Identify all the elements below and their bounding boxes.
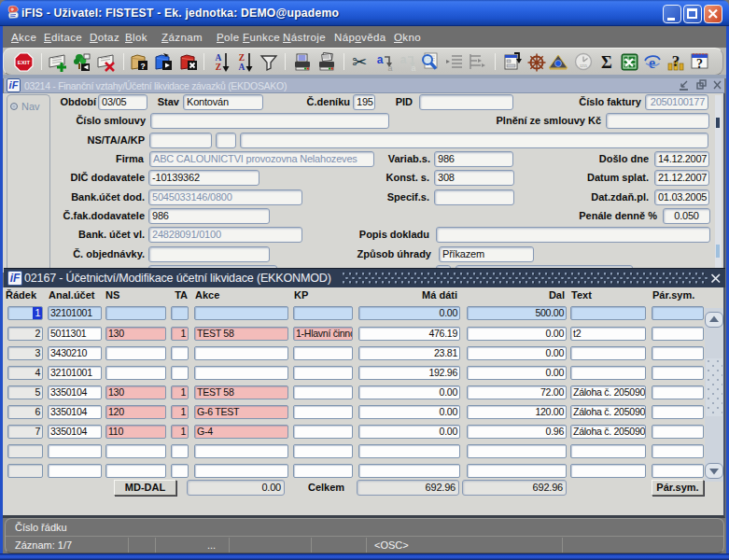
- svg-text:Z: Z: [216, 63, 221, 72]
- svg-text:?: ?: [696, 57, 703, 71]
- svg-text:1215: 1215: [580, 64, 587, 68]
- svg-text:✂: ✂: [352, 52, 367, 72]
- svg-text:Z: Z: [239, 53, 245, 63]
- svg-text:EXIT: EXIT: [18, 59, 31, 65]
- svg-text:a: a: [411, 63, 415, 73]
- svg-text:A: A: [239, 63, 245, 72]
- svg-text:Σ: Σ: [601, 53, 612, 72]
- svg-text:a: a: [387, 63, 392, 73]
- svg-text:a: a: [400, 53, 407, 66]
- svg-text:a: a: [377, 53, 384, 66]
- svg-text:?: ?: [140, 62, 145, 71]
- svg-text:A: A: [216, 53, 222, 63]
- svg-text:?: ?: [672, 52, 680, 70]
